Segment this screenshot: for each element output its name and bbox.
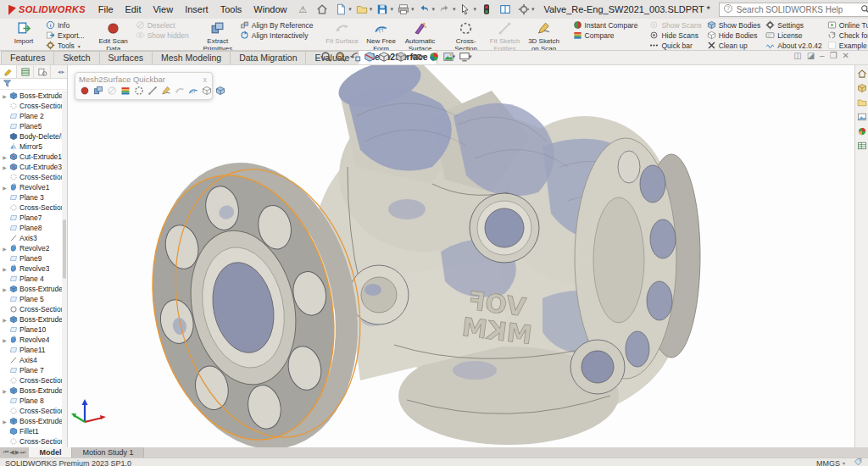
ribbon-button-compare[interactable]: Compare (570, 31, 641, 41)
zoom-to-area-icon[interactable] (335, 51, 347, 63)
expand-arrow-icon[interactable]: ▶ (2, 337, 8, 343)
dropdown-caret-icon[interactable]: ▾ (405, 53, 409, 60)
tree-item-axis3[interactable]: Axis3 (0, 233, 67, 243)
new-doc-caret-icon[interactable]: ▾ (348, 6, 352, 13)
view-orientation-icon[interactable]: ▾ (378, 51, 392, 63)
tree-item-plane-7[interactable]: Plane 7 (0, 365, 67, 375)
tree-item-plane-2[interactable]: Plane 2 (0, 111, 67, 121)
tree-item-plane-4[interactable]: Plane 4 (0, 274, 67, 284)
undo-icon[interactable] (415, 2, 433, 17)
filter-funnel-icon[interactable] (3, 79, 12, 90)
tree-item-body-delete-k[interactable]: Body-Delete/K (0, 131, 67, 141)
view-palette-icon[interactable] (856, 111, 868, 123)
bottom-tab-model[interactable]: Model (29, 447, 72, 458)
tree-item-boss-extrude1[interactable]: ▶Boss-Extrude1 (0, 91, 67, 101)
display-style-icon[interactable]: ▾ (395, 51, 409, 63)
doc-restore-button[interactable]: ❐ (830, 51, 837, 60)
print-icon[interactable] (394, 2, 413, 17)
ribbon-button-check-for-update[interactable]: Check for Update (825, 31, 868, 41)
help-search-box[interactable]: ? ▾ (719, 3, 868, 17)
ribbon-button-import[interactable]: Import (4, 19, 43, 49)
tree-item-cross-section7[interactable]: Cross-Section7 (0, 202, 67, 213)
ribbon-button-align-by-reference[interactable]: Align By Reference (237, 20, 316, 31)
center-boss[interactable] (470, 193, 539, 263)
menu-insert[interactable]: Insert (179, 3, 214, 16)
redo-caret-icon[interactable]: ▾ (453, 6, 456, 13)
tree-item-plane9[interactable]: Plane9 (0, 253, 67, 264)
ribbon-button-align-interactively[interactable]: Align Interactively (237, 31, 316, 41)
tab-features[interactable]: Features (1, 51, 54, 64)
dropdown-caret-icon[interactable]: ▾ (421, 53, 425, 60)
tree-item-revolve3[interactable]: ▶Revolve3 (0, 264, 67, 274)
expand-arrow-icon[interactable]: ▶ (2, 154, 8, 160)
doc-close-button[interactable]: ✕ (843, 51, 849, 60)
tab-nav-arrows[interactable]: ⏮◀▶⏭ (0, 447, 29, 458)
tree-item-boss-extrude3[interactable]: ▶Boss-Extrude3 (0, 314, 67, 325)
ribbon-button-cross-section[interactable]: Cross-Section (447, 19, 486, 49)
save-caret-icon[interactable]: ▾ (390, 6, 393, 13)
ribbon-button-automatic-surface[interactable]: Automatic Surface (401, 19, 440, 49)
new-doc-icon[interactable] (331, 2, 350, 17)
tree-item-plane-5[interactable]: Plane 5 (0, 294, 67, 304)
ribbon-button-online-tutorials[interactable]: Online Tutorials (825, 20, 868, 31)
quickbar-compare-icon[interactable] (120, 86, 131, 96)
tree-item-cut-extrude3[interactable]: ▶Cut-Extrude3 (0, 162, 67, 172)
menu-tools[interactable]: Tools (214, 3, 248, 16)
quickbar-extract-primitives-icon[interactable] (93, 86, 103, 96)
valve-3d-model[interactable]: VOF MKM (68, 65, 854, 447)
tree-item-axis4[interactable]: Axis4 (0, 355, 67, 365)
solidworks-resources-icon[interactable] (856, 68, 868, 80)
tree-scrollbar-thumb[interactable] (63, 219, 66, 279)
tree-item-revolve4[interactable]: ▶Revolve4 (0, 335, 67, 345)
tab-scroll-arrows[interactable]: ◂▸ (58, 69, 67, 75)
quickbar-cross-section-icon[interactable] (134, 86, 144, 96)
tree-item-cross-section1[interactable]: Cross-Section1 (0, 436, 67, 447)
ribbon-button-settings[interactable]: Settings (763, 20, 824, 31)
tree-item-plane11[interactable]: Plane11 (0, 345, 67, 355)
open-caret-icon[interactable]: ▾ (370, 6, 373, 13)
tree-item-boss-extrude5[interactable]: ▶Boss-Extrude5 (0, 416, 67, 426)
ribbon-button-license[interactable]: License (763, 31, 824, 41)
appearances-scenes-icon[interactable] (856, 125, 868, 137)
tree-item-cross-section1[interactable]: Cross-Section1 (0, 375, 67, 386)
dropdown-caret-icon[interactable]: ▾ (78, 43, 81, 49)
pane-single-icon[interactable]: ◪ (807, 51, 815, 60)
quickbar-show-bodies-icon[interactable] (215, 86, 225, 96)
tree-item-revolve1[interactable]: ▶Revolve1 (0, 182, 67, 192)
tab-feature-manager[interactable] (0, 65, 17, 78)
tree-item-plane10[interactable]: Plane10 (0, 325, 67, 335)
tree-item-revolve2[interactable]: ▶Revolve2 (0, 243, 67, 253)
ribbon-button-instant-compare[interactable]: Instant Compare (570, 20, 641, 31)
lower-right-boss[interactable] (570, 340, 625, 394)
tab-mesh-modeling[interactable]: Mesh Modeling (152, 51, 231, 64)
tree-item-cross-section1[interactable]: Cross-Section1 (0, 406, 67, 416)
quickbar-3d-sketch-on-scan-icon[interactable] (161, 86, 171, 96)
tree-item-cross-section3[interactable]: Cross-Section3 (0, 101, 67, 111)
expand-arrow-icon[interactable]: ▶ (2, 164, 8, 170)
view-settings-icon[interactable]: ▾ (459, 51, 473, 63)
custom-properties-icon[interactable] (856, 140, 868, 152)
tree-item-boss-extrude4[interactable]: ▶Boss-Extrude4 (0, 386, 67, 396)
design-library-icon[interactable] (856, 82, 868, 94)
tree-item-plane-3[interactable]: Plane 3 (0, 192, 67, 202)
dropdown-caret-icon[interactable]: ▾ (388, 53, 392, 60)
pane-split-icon[interactable]: ◫ (793, 51, 801, 60)
expand-arrow-icon[interactable]: ▶ (2, 246, 8, 252)
rebuild-icon[interactable] (477, 2, 496, 17)
print-caret-icon[interactable]: ▾ (411, 6, 415, 13)
quickbar-fit-sketch-entities-icon[interactable] (147, 86, 158, 96)
save-icon[interactable] (373, 2, 392, 17)
tree-item-boss-extrude2[interactable]: ▶Boss-Extrude2 (0, 284, 67, 294)
expand-arrow-icon[interactable]: ▶ (2, 317, 8, 323)
tree-item-plane8[interactable]: Plane8 (0, 223, 67, 233)
tree-item-cross-section6[interactable]: Cross-Section6 (0, 172, 67, 182)
ribbon-button-export-[interactable]: Export... (43, 31, 87, 41)
ribbon-button-quick-bar[interactable]: Quick bar (647, 41, 704, 51)
tree-item-fillet1[interactable]: Fillet1 (0, 426, 67, 436)
tab-configuration-manager[interactable] (34, 65, 51, 78)
menu-view[interactable]: View (147, 3, 179, 16)
ribbon-button-about-v2-0-42[interactable]: About v2.0.42 (763, 41, 824, 51)
display-panes-icon[interactable] (496, 2, 515, 17)
tab-surfaces[interactable]: Surfaces (99, 51, 153, 64)
section-view-icon[interactable] (364, 51, 376, 63)
